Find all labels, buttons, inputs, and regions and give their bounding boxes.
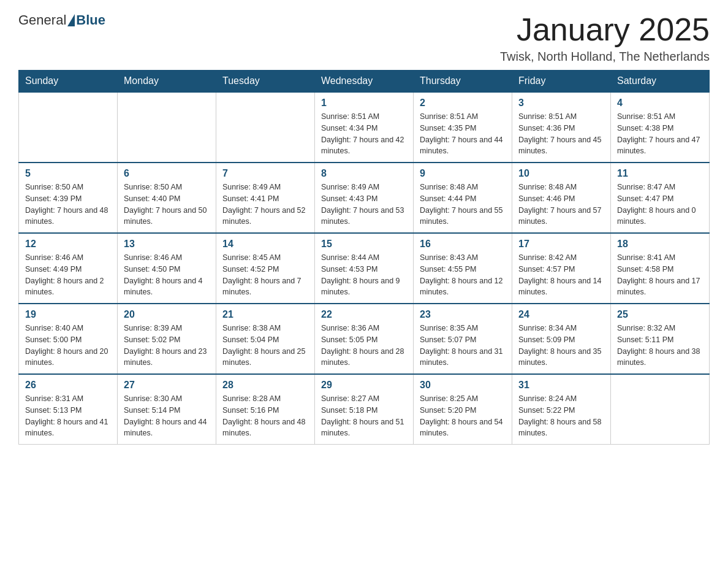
day-info: Sunrise: 8:41 AMSunset: 4:58 PMDaylight:… [617,252,703,298]
calendar-cell: 30Sunrise: 8:25 AMSunset: 5:20 PMDayligh… [414,374,512,445]
day-info: Sunrise: 8:27 AMSunset: 5:18 PMDaylight:… [321,393,407,439]
calendar-cell: 5Sunrise: 8:50 AMSunset: 4:39 PMDaylight… [19,163,118,233]
calendar-cell: 26Sunrise: 8:31 AMSunset: 5:13 PMDayligh… [19,374,118,445]
calendar-cell: 31Sunrise: 8:24 AMSunset: 5:22 PMDayligh… [512,374,611,445]
day-number: 2 [420,98,506,109]
calendar-cell: 12Sunrise: 8:46 AMSunset: 4:49 PMDayligh… [19,233,118,304]
calendar-cell: 28Sunrise: 8:28 AMSunset: 5:16 PMDayligh… [216,374,315,445]
day-info: Sunrise: 8:40 AMSunset: 5:00 PMDaylight:… [25,323,111,369]
logo-triangle-icon [67,14,75,26]
day-number: 22 [321,309,407,320]
day-number: 7 [222,168,308,179]
calendar-cell: 16Sunrise: 8:43 AMSunset: 4:55 PMDayligh… [414,233,512,304]
calendar-cell: 29Sunrise: 8:27 AMSunset: 5:18 PMDayligh… [315,374,414,445]
day-info: Sunrise: 8:44 AMSunset: 4:53 PMDaylight:… [321,252,407,298]
day-info: Sunrise: 8:36 AMSunset: 5:05 PMDaylight:… [321,323,407,369]
day-number: 31 [518,380,604,391]
calendar-cell: 2Sunrise: 8:51 AMSunset: 4:35 PMDaylight… [414,92,512,163]
day-number: 9 [420,168,506,179]
day-number: 12 [25,239,111,250]
day-info: Sunrise: 8:39 AMSunset: 5:02 PMDaylight:… [124,323,210,369]
day-info: Sunrise: 8:35 AMSunset: 5:07 PMDaylight:… [420,323,506,369]
day-info: Sunrise: 8:28 AMSunset: 5:16 PMDaylight:… [222,393,308,439]
calendar-cell [611,374,710,445]
weekday-header-sunday: Sunday [19,71,118,93]
calendar-cell: 18Sunrise: 8:41 AMSunset: 4:58 PMDayligh… [611,233,710,304]
day-info: Sunrise: 8:32 AMSunset: 5:11 PMDaylight:… [617,323,703,369]
day-info: Sunrise: 8:51 AMSunset: 4:36 PMDaylight:… [518,111,604,157]
month-title: January 2025 [500,12,710,47]
calendar-cell: 25Sunrise: 8:32 AMSunset: 5:11 PMDayligh… [611,304,710,374]
day-info: Sunrise: 8:31 AMSunset: 5:13 PMDaylight:… [25,393,111,439]
week-row-5: 26Sunrise: 8:31 AMSunset: 5:13 PMDayligh… [19,374,710,445]
day-number: 16 [420,239,506,250]
calendar-cell: 6Sunrise: 8:50 AMSunset: 4:40 PMDaylight… [118,163,216,233]
weekday-header-saturday: Saturday [611,71,710,93]
calendar-cell: 20Sunrise: 8:39 AMSunset: 5:02 PMDayligh… [118,304,216,374]
day-number: 13 [124,239,210,250]
calendar-cell: 7Sunrise: 8:49 AMSunset: 4:41 PMDaylight… [216,163,315,233]
day-info: Sunrise: 8:46 AMSunset: 4:50 PMDaylight:… [124,252,210,298]
day-info: Sunrise: 8:30 AMSunset: 5:14 PMDaylight:… [124,393,210,439]
title-area: January 2025 Twisk, North Holland, The N… [500,12,710,64]
weekday-header-wednesday: Wednesday [315,71,414,93]
week-row-3: 12Sunrise: 8:46 AMSunset: 4:49 PMDayligh… [19,233,710,304]
weekday-header-row: SundayMondayTuesdayWednesdayThursdayFrid… [19,71,710,93]
day-number: 5 [25,168,111,179]
day-info: Sunrise: 8:51 AMSunset: 4:34 PMDaylight:… [321,111,407,157]
day-number: 15 [321,239,407,250]
weekday-header-tuesday: Tuesday [216,71,315,93]
day-info: Sunrise: 8:47 AMSunset: 4:47 PMDaylight:… [617,182,703,228]
day-info: Sunrise: 8:51 AMSunset: 4:35 PMDaylight:… [420,111,506,157]
calendar-cell: 21Sunrise: 8:38 AMSunset: 5:04 PMDayligh… [216,304,315,374]
logo-general-text: General [18,12,66,28]
day-info: Sunrise: 8:43 AMSunset: 4:55 PMDaylight:… [420,252,506,298]
calendar-cell: 9Sunrise: 8:48 AMSunset: 4:44 PMDaylight… [414,163,512,233]
day-info: Sunrise: 8:45 AMSunset: 4:52 PMDaylight:… [222,252,308,298]
calendar-cell: 27Sunrise: 8:30 AMSunset: 5:14 PMDayligh… [118,374,216,445]
day-number: 24 [518,309,604,320]
calendar-cell: 13Sunrise: 8:46 AMSunset: 4:50 PMDayligh… [118,233,216,304]
day-info: Sunrise: 8:48 AMSunset: 4:46 PMDaylight:… [518,182,604,228]
day-number: 1 [321,98,407,109]
logo: General Blue [18,12,105,28]
day-number: 14 [222,239,308,250]
day-number: 27 [124,380,210,391]
calendar-cell [118,92,216,163]
calendar-cell: 17Sunrise: 8:42 AMSunset: 4:57 PMDayligh… [512,233,611,304]
day-info: Sunrise: 8:50 AMSunset: 4:39 PMDaylight:… [25,182,111,228]
calendar-cell: 8Sunrise: 8:49 AMSunset: 4:43 PMDaylight… [315,163,414,233]
calendar-cell: 23Sunrise: 8:35 AMSunset: 5:07 PMDayligh… [414,304,512,374]
day-info: Sunrise: 8:38 AMSunset: 5:04 PMDaylight:… [222,323,308,369]
page-header: General Blue January 2025 Twisk, North H… [18,12,710,64]
calendar-cell: 3Sunrise: 8:51 AMSunset: 4:36 PMDaylight… [512,92,611,163]
day-info: Sunrise: 8:34 AMSunset: 5:09 PMDaylight:… [518,323,604,369]
day-info: Sunrise: 8:48 AMSunset: 4:44 PMDaylight:… [420,182,506,228]
day-number: 21 [222,309,308,320]
day-number: 28 [222,380,308,391]
calendar-cell: 19Sunrise: 8:40 AMSunset: 5:00 PMDayligh… [19,304,118,374]
day-info: Sunrise: 8:42 AMSunset: 4:57 PMDaylight:… [518,252,604,298]
day-number: 4 [617,98,703,109]
day-info: Sunrise: 8:24 AMSunset: 5:22 PMDaylight:… [518,393,604,439]
calendar-cell [216,92,315,163]
calendar-cell: 1Sunrise: 8:51 AMSunset: 4:34 PMDaylight… [315,92,414,163]
day-number: 20 [124,309,210,320]
calendar-cell: 4Sunrise: 8:51 AMSunset: 4:38 PMDaylight… [611,92,710,163]
calendar-table: SundayMondayTuesdayWednesdayThursdayFrid… [18,70,710,445]
day-number: 30 [420,380,506,391]
week-row-2: 5Sunrise: 8:50 AMSunset: 4:39 PMDaylight… [19,163,710,233]
day-info: Sunrise: 8:46 AMSunset: 4:49 PMDaylight:… [25,252,111,298]
weekday-header-monday: Monday [118,71,216,93]
day-number: 8 [321,168,407,179]
day-number: 3 [518,98,604,109]
weekday-header-friday: Friday [512,71,611,93]
calendar-cell: 15Sunrise: 8:44 AMSunset: 4:53 PMDayligh… [315,233,414,304]
day-info: Sunrise: 8:49 AMSunset: 4:41 PMDaylight:… [222,182,308,228]
week-row-1: 1Sunrise: 8:51 AMSunset: 4:34 PMDaylight… [19,92,710,163]
day-number: 10 [518,168,604,179]
day-number: 6 [124,168,210,179]
calendar-cell: 24Sunrise: 8:34 AMSunset: 5:09 PMDayligh… [512,304,611,374]
day-info: Sunrise: 8:25 AMSunset: 5:20 PMDaylight:… [420,393,506,439]
day-info: Sunrise: 8:50 AMSunset: 4:40 PMDaylight:… [124,182,210,228]
